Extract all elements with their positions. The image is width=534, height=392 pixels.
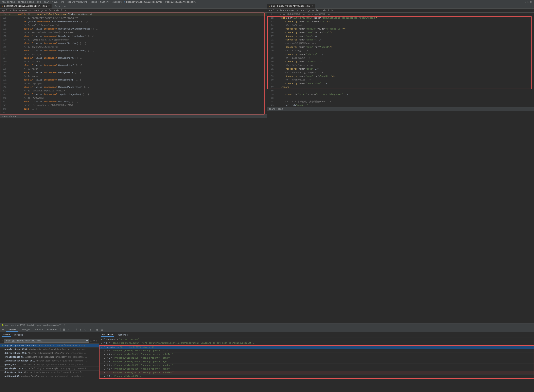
debug-tab-debugger[interactable]: Debugger — [19, 328, 32, 332]
debug-tab-console[interactable]: Console — [6, 328, 18, 332]
debug-tab-memory[interactable]: Memory — [33, 328, 45, 332]
bc-beans[interactable]: beans — [90, 1, 97, 3]
frame-method-3: createBean:587, — [5, 356, 24, 358]
var-expand-deepcopy: ▼ — [101, 346, 104, 349]
tab-variables[interactable]: Variables — [101, 333, 114, 337]
bc-mca-spring[interactable]: mca_spring — [2, 1, 15, 3]
frame-class-2: AbstractAutowireCapableBeanFactory org.s… — [28, 352, 86, 354]
debug-tab-overhead[interactable]: Overhead — [45, 328, 59, 332]
xml-line-16: 16 <property name="name" value="~_~"/> — [267, 31, 534, 34]
thread-down[interactable]: ▼ — [93, 339, 95, 342]
tab-java-file[interactable]: ☕ BeanDefinitionValueResolver.java × — [0, 4, 52, 9]
xml-line-29: 29 <property name="ooxx" ref="ooxx1"/> — [267, 45, 534, 49]
code-line-185: 185 // 8. <set> — [0, 67, 267, 71]
thread-up[interactable]: ▲ — [90, 339, 92, 342]
code-line-191: 191 else if (value instanceof ManagedMap… — [0, 78, 267, 82]
debug-toolbar-up2[interactable]: ⬆ — [79, 327, 83, 332]
debug-session-label: mca_spring [T16_ApplyPropertyValues.main… — [5, 324, 63, 327]
collapse-icon2[interactable]: ∨ — [65, 5, 67, 8]
frame-item-6[interactable]: getSingleton:337, DefaultSingletonBeanRe… — [0, 367, 99, 371]
var-icon-sub6: ≡ — [107, 371, 108, 373]
navigate-forward-icon[interactable]: ▶ — [528, 1, 529, 3]
bc-support[interactable]: support — [112, 1, 121, 3]
code-line-195: 195 // 10. <props> — [0, 82, 267, 85]
code-line-125: 125 else if (value instanceof BeanDefini… — [0, 34, 267, 38]
var-deepcopy-3[interactable]: ▶ ≡ 3 = {PropertyValue@2654} "bean prope… — [100, 360, 534, 364]
bc-spring-beans[interactable]: spring-beans — [18, 1, 34, 3]
thread-filter[interactable]: ⫶ — [96, 339, 97, 342]
thread-select[interactable]: "main"@1 in group "main": RUNNING — [4, 339, 89, 343]
tab-watches[interactable]: Watches — [117, 333, 128, 336]
frame-method-4: lambda$doGetBean$0:391, — [5, 360, 35, 362]
expand-icon[interactable]: ∧ — [64, 5, 65, 8]
xml-line-59: 59 <property name="maps" ref="mapUtil"/> — [267, 75, 534, 78]
bc-main[interactable]: main — [44, 1, 49, 3]
var-deepcopy-6[interactable]: ▶ ≡ 6 = {PropertyValue@2657} "bean prope… — [100, 371, 534, 375]
var-icon-sub7: ≡ — [107, 375, 108, 377]
frame-item-1[interactable]: populateBean:1701, AbstractAutowireCapab… — [0, 347, 99, 351]
left-notification: Application context not configured for t… — [0, 9, 267, 13]
frame-class-1: AbstractAutowireCapableBeanFactory org.s… — [29, 348, 88, 350]
var-expand-4: ▶ — [104, 364, 107, 367]
debug-session-close[interactable]: × — [64, 324, 65, 326]
left-editor-pane[interactable]: Application context not configured for t… — [0, 9, 267, 323]
var-icon-sub3: ≡ — [107, 360, 108, 363]
bc-class[interactable]: BeanDefinitionValueResolver — [126, 1, 162, 3]
frame-item-8[interactable]: getBean:239, AbstractBeanFactory org.spr… — [0, 374, 99, 378]
code-line-222: 222 else if (value instanceof TypedStrin… — [0, 93, 267, 96]
debug-toolbar-list[interactable]: ☰ — [62, 327, 66, 332]
debug-toolbar-up[interactable]: ↑ — [67, 327, 70, 332]
debug-step-over[interactable]: ⟳ — [1, 327, 5, 332]
frame-method-2: doCreateBean:673, — [5, 352, 27, 354]
debug-toolbar-down2[interactable]: ⬇ — [74, 327, 78, 332]
var-icon-sub1: ≡ — [107, 353, 108, 355]
right-notification: Application context not configured for t… — [267, 9, 534, 13]
var-beanname[interactable]: ▶ P beanName = "autowireBean1" — [99, 338, 534, 341]
java-icon: ☕ — [2, 5, 3, 7]
bc-java[interactable]: java — [52, 1, 57, 3]
frame-item-7[interactable]: doGetBean:388, AbstractBeanFactory org.s… — [0, 371, 99, 374]
bc-springframework[interactable]: springframework — [67, 1, 87, 3]
var-deepcopy-1[interactable]: ▶ ≡ 1 = {PropertyValue@2652} "bean prope… — [100, 353, 534, 356]
tab-threads[interactable]: Threads — [13, 333, 24, 336]
xml-line-60: 60 <!-- Properties --> — [267, 78, 534, 82]
tab-xml-file[interactable]: ◈ x17_4_applyPropertyValues.xml × — [267, 4, 315, 9]
var-deepcopy-7[interactable]: ▶ ≡ 7 = {PropertyValue@2658}... — [100, 375, 534, 378]
bc-src[interactable]: src — [37, 1, 41, 3]
bc-factory[interactable]: factory — [100, 1, 109, 3]
debug-toolbar-cols[interactable]: ⊟ — [100, 327, 104, 332]
xml-line-68: 68 — [267, 89, 534, 93]
thread-status: ✓ "main"@1 in group "main": RUNNING ▲ ▼ … — [0, 338, 99, 344]
bc-org[interactable]: org — [60, 1, 65, 3]
var-deepcopy[interactable]: ▼ P deepCopy = {ArrayList@2367} size = 1… — [100, 346, 534, 349]
var-expand-0: ▶ — [104, 350, 107, 352]
code-line-190: 190 // 9. <map> — [0, 75, 267, 78]
tab-java-close[interactable]: × — [48, 5, 50, 7]
var-icon-p3: P — [104, 346, 105, 348]
frame-item-4[interactable]: lambda$doGetBean$0:391, AbstractBeanFact… — [0, 359, 99, 363]
xml-line-61: 61 <property name="properties"...> — [267, 82, 534, 85]
debug-toolbar-grid[interactable]: ⊞ — [95, 327, 100, 332]
frame-item-3[interactable]: createBean:587, AbstractAutowireCapableB… — [0, 355, 99, 359]
debug-toolbar-step[interactable]: ↻ — [83, 327, 88, 332]
tab-xml-close[interactable]: × — [311, 5, 313, 7]
frames-panel: Frames Threads ✓ "main"@1 in group "main… — [0, 332, 99, 392]
frame-item-0[interactable]: ▶ applyPropertyValues:2065, AbstractAuto… — [0, 344, 99, 347]
var-bw[interactable]: ▶ P bw = {BeanWrapperImpl@2354} "org.spr… — [99, 341, 534, 345]
var-deepcopy-0[interactable]: ▶ ≡ 0 = {PropertyValue@2350} "bean prope… — [100, 349, 534, 353]
navigate-back-icon[interactable]: ◀ — [525, 1, 526, 3]
xml-line-58: 58 <!-- Map<String, Object> --> — [267, 71, 534, 75]
code-line-105: 105 // 1. <property name="ooxx" ref="oox… — [0, 16, 267, 20]
frame-item-2[interactable]: doCreateBean:673, AbstractAutowireCapabl… — [0, 351, 99, 355]
bc-method[interactable]: resolveValueIfNecessary — [165, 1, 196, 3]
code-line-131: 131 else if (value instanceof BeanDefini… — [0, 42, 267, 45]
frame-item-5[interactable]: getObject:-1, 1452442375 org.springframe… — [0, 363, 99, 367]
debug-toolbar-down[interactable]: ↓ — [70, 327, 74, 332]
var-deepcopy-4[interactable]: ▶ ≡ 4 = {PropertyValue@2655} "bean prope… — [100, 364, 534, 367]
tab-frames[interactable]: Frames — [2, 333, 11, 337]
right-editor-pane[interactable]: Application context not configured for t… — [267, 9, 534, 323]
var-deepcopy-5[interactable]: ▶ ≡ 5 = {PropertyValue@2656} "bean prope… — [100, 367, 534, 371]
debug-toolbar-pause[interactable]: ⏸ — [88, 327, 93, 332]
var-deepcopy-2[interactable]: ▶ ≡ 2 = {PropertyValue@2653} "bean prope… — [100, 356, 534, 360]
collapse-icon[interactable]: ⊟ — [530, 1, 532, 3]
